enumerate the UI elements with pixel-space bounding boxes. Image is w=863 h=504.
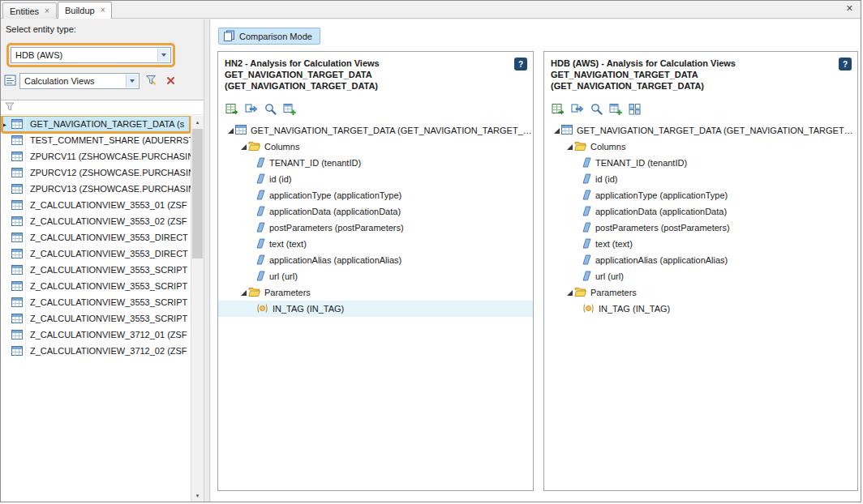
entity-list-item[interactable]: ▶ Z_CALCULATIONVIEW_3553_02 (ZSF [1,213,191,229]
tab-entities[interactable]: Entities × [2,2,57,19]
tree-parameters-group: IN_TAG (IN_TAG) [218,301,533,317]
expand-arrow-icon[interactable] [238,143,248,151]
analysis-panel-left: HN2 - Analysis for Calculation Views GET… [217,51,534,491]
entity-label: Z_CALCULATIONVIEW_3553_SCRIPT [26,314,191,323]
entity-list-item[interactable]: ▶ ZPURCV12 (ZSHOWCASE.PURCHASIN [1,164,191,181]
tree-folder-columns[interactable]: Columns [218,139,533,155]
help-icon[interactable]: ? [839,58,852,70]
expand-arrow-icon[interactable] [238,289,248,297]
tree-folder-parameters[interactable]: Parameters [544,284,857,301]
tree-folder-columns[interactable]: Columns [544,139,857,155]
tree-column-item[interactable]: postParameters (postParameters) [544,220,857,236]
tree-column-item[interactable]: postParameters (postParameters) [218,220,533,236]
entity-label: Z_CALCULATIONVIEW_3553_SCRIPT [26,297,191,307]
expand-arrow-icon[interactable] [565,143,574,151]
expand-arrow-icon[interactable] [552,127,561,135]
expand-arrow-icon[interactable] [565,289,574,297]
export-table-icon[interactable] [609,103,622,115]
tree-column-item[interactable]: id (id) [544,171,857,187]
view-type-value: Calculation Views [24,76,95,86]
entity-type-value: HDB (AWS) [15,50,62,60]
splitter[interactable] [204,19,210,502]
tab-buildup[interactable]: Buildup × [58,2,113,19]
panel-title-line: (GET_NAVIGATION_TARGET_DATA) [551,80,833,92]
entity-list-item[interactable]: ▶ Z_CALCULATIONVIEW_3553_DIRECT [1,246,191,262]
scroll-down-icon[interactable]: ▼ [191,489,204,502]
tree-column-label: applicationData (applicationData) [265,207,533,216]
tree-root-label: GET_NAVIGATION_TARGET_DATA (GET_NAVIGATI… [247,126,533,135]
calculation-view-icon [8,116,26,132]
entity-list-item[interactable]: ▶ Z_CALCULATIONVIEW_3553_01 (ZSF [1,197,191,213]
calculation-view-icon [8,197,26,213]
calculation-view-icon [8,132,26,148]
comparison-mode-button[interactable]: Comparison Mode [218,28,320,45]
entity-type-dropdown[interactable]: HDB (AWS) [11,47,171,63]
entity-list-item[interactable]: ▶ Z_CALCULATIONVIEW_3553_SCRIPT [1,294,191,310]
scroll-thumb[interactable] [192,129,203,258]
entity-list-item[interactable]: ▶ Z_CALCULATIONVIEW_3712_02 (ZSF [1,343,191,359]
entity-list-item[interactable]: ▶ Z_CALCULATIONVIEW_3712_01 (ZSF [1,327,191,343]
expand-arrow-icon[interactable] [225,127,235,135]
tree-column-label: TENANT_ID (tenantID) [265,158,533,168]
column-icon [582,190,591,202]
entity-list-item[interactable]: ▶ TEST_COMMENT_SHARE (ADUERRST [1,132,191,148]
entity-list-item[interactable]: ▶ Z_CALCULATIONVIEW_3553_SCRIPT [1,310,191,327]
tree-column-item[interactable]: url (url) [544,268,857,284]
column-icon [582,254,591,267]
clear-filter-button[interactable] [162,73,178,89]
entity-list-item[interactable]: ▶ Z_CALCULATIONVIEW_3553_SCRIPT [1,278,191,294]
tree-column-item[interactable]: text (text) [218,236,533,252]
tree-column-item[interactable]: id (id) [218,171,533,187]
tree-column-item[interactable]: applicationData (applicationData) [544,203,857,220]
tree-column-item[interactable]: url (url) [218,268,533,284]
column-icon [256,254,265,267]
tab-close-icon[interactable]: × [101,6,105,15]
tree-column-item[interactable]: applicationData (applicationData) [218,203,533,220]
tree-root[interactable]: GET_NAVIGATION_TARGET_DATA (GET_NAVIGATI… [218,122,533,139]
comparison-mode-label: Comparison Mode [239,32,312,41]
tree-folder-label: Columns [586,142,857,152]
folder-icon [248,287,260,298]
tab-close-icon[interactable]: × [45,7,49,15]
filter-button[interactable] [143,73,159,89]
zoom-icon[interactable] [590,103,603,115]
export-excel-icon[interactable] [225,103,238,115]
tree-parameter-label: IN_TAG (IN_TAG) [595,304,857,314]
help-icon[interactable]: ? [514,58,527,70]
entity-list-item[interactable]: ▶ ZPURCV13 (ZSHOWCASE.PURCHASIN [1,181,191,197]
parameter-icon [256,303,268,315]
parameter-icon [582,303,595,315]
tree-folder-parameters[interactable]: Parameters [218,284,533,301]
chevron-down-icon[interactable] [157,49,170,62]
tree-column-item[interactable]: text (text) [544,236,857,252]
entity-label: Z_CALCULATIONVIEW_3712_01 (ZSF [26,330,191,340]
tree-column-item[interactable]: applicationAlias (applicationAlias) [544,252,857,268]
tree-column-item[interactable]: applicationType (applicationType) [218,187,533,203]
export-table-icon[interactable] [283,103,296,115]
tree-column-item[interactable]: applicationType (applicationType) [544,187,857,203]
entity-list-item[interactable]: ▶ Z_CALCULATIONVIEW_3553_DIRECT [1,229,191,246]
scroll-up-icon[interactable]: ▲ [191,116,204,128]
entity-list-item[interactable]: ▶ Z_CALCULATIONVIEW_3553_SCRIPT [1,262,191,278]
zoom-icon[interactable] [264,103,277,115]
analysis-tree: GET_NAVIGATION_TARGET_DATA (GET_NAVIGATI… [218,122,533,317]
window-close-icon[interactable]: ✕ [846,4,853,13]
transfer-icon[interactable] [245,103,258,114]
tree-parameter-item[interactable]: IN_TAG (IN_TAG) [544,301,857,317]
entity-list-item[interactable]: ▶ ZPURCV11 (ZSHOWCASE.PURCHASIN [1,148,191,164]
list-filter-row[interactable] [1,100,204,115]
transfer-icon[interactable] [571,103,584,114]
tree-column-item[interactable]: TENANT_ID (tenantID) [544,155,857,171]
tree-column-item[interactable]: applicationAlias (applicationAlias) [218,252,533,268]
tab-entities-label: Entities [10,6,39,16]
export-excel-icon[interactable] [552,103,565,115]
scrollbar[interactable]: ▲ ▼ [191,116,204,502]
entity-list-item[interactable]: ▶ GET_NAVIGATION_TARGET_DATA (s [1,116,191,132]
matrix-icon[interactable] [629,103,641,115]
column-icon [256,190,265,202]
tree-root[interactable]: GET_NAVIGATION_TARGET_DATA (GET_NAVIGATI… [544,122,857,139]
tree-parameter-item[interactable]: IN_TAG (IN_TAG) [218,301,533,317]
chevron-down-icon[interactable] [126,75,138,88]
tree-column-item[interactable]: TENANT_ID (tenantID) [218,155,533,171]
view-type-dropdown[interactable]: Calculation Views [19,73,140,89]
